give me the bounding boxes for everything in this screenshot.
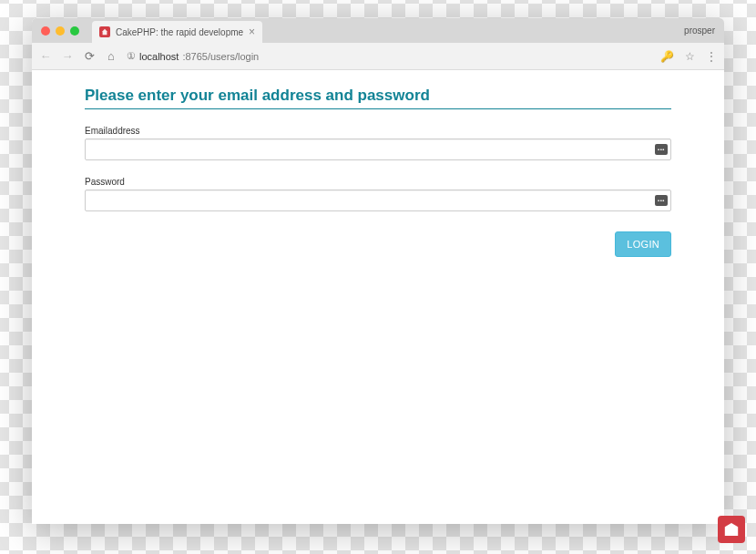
- cakephp-logo-icon: [718, 516, 745, 543]
- reload-icon[interactable]: ⟳: [83, 49, 96, 63]
- password-input[interactable]: [85, 190, 671, 211]
- minimize-window-button[interactable]: [56, 26, 65, 36]
- forward-icon[interactable]: →: [61, 49, 74, 63]
- browser-window: CakePHP: the rapid developme × prosper ←…: [32, 18, 724, 524]
- menu-dots-icon[interactable]: ⋮: [706, 50, 717, 63]
- email-label: Emailaddress: [85, 126, 671, 136]
- autofill-icon[interactable]: •••: [655, 195, 668, 206]
- bookmark-star-icon[interactable]: ☆: [685, 50, 695, 63]
- browser-tab[interactable]: CakePHP: the rapid developme ×: [92, 21, 262, 43]
- toolbar: ← → ⟳ ⌂ ① localhost:8765/users/login 🔑 ☆…: [32, 43, 724, 70]
- page-heading: Please enter your email address and pass…: [85, 87, 671, 109]
- site-info-icon[interactable]: ①: [127, 50, 136, 62]
- window-controls: [32, 26, 79, 36]
- cakephp-favicon-icon: [99, 26, 110, 37]
- profile-name[interactable]: prosper: [684, 26, 715, 36]
- home-icon[interactable]: ⌂: [105, 49, 117, 63]
- toolbar-right: 🔑 ☆ ⋮: [660, 50, 717, 63]
- key-icon[interactable]: 🔑: [660, 50, 674, 63]
- page-content: Please enter your email address and pass…: [32, 70, 724, 524]
- back-icon[interactable]: ←: [39, 49, 52, 63]
- url-path: :8765/users/login: [182, 51, 259, 62]
- login-button[interactable]: LOGIN: [615, 231, 671, 257]
- close-window-button[interactable]: [41, 26, 50, 36]
- email-input[interactable]: [85, 138, 671, 160]
- tab-bar: CakePHP: the rapid developme × prosper: [32, 18, 724, 43]
- maximize-window-button[interactable]: [70, 26, 79, 36]
- password-field-group: Password •••: [85, 177, 671, 211]
- close-tab-icon[interactable]: ×: [249, 26, 255, 38]
- tab-title: CakePHP: the rapid developme: [116, 27, 243, 37]
- url-host: localhost: [139, 51, 179, 62]
- address-bar[interactable]: ① localhost:8765/users/login: [127, 50, 651, 62]
- email-field-group: Emailaddress •••: [85, 126, 671, 160]
- autofill-icon[interactable]: •••: [655, 144, 668, 155]
- password-label: Password: [85, 177, 671, 187]
- button-row: LOGIN: [85, 231, 671, 257]
